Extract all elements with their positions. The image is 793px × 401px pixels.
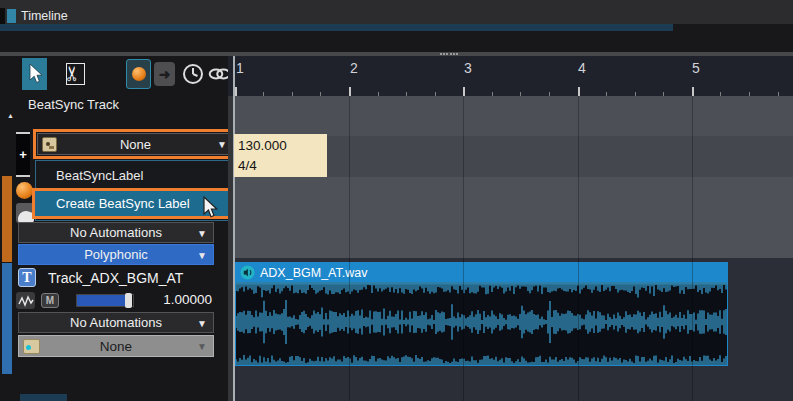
track-automations-value: No Automations	[70, 315, 162, 330]
ruler-tick	[263, 92, 264, 96]
audio-clip-name: ADX_BGM_AT.wav	[260, 266, 367, 280]
measure-gridline	[349, 96, 350, 401]
timeline-tab-icon	[7, 9, 16, 23]
chevron-down-icon: ▼	[197, 227, 207, 238]
audio-track-color-strip	[2, 263, 12, 374]
waveform-icon	[16, 292, 35, 309]
beatsync-automations-dropdown[interactable]: No Automations ▼	[18, 222, 214, 243]
title-bar	[0, 8, 793, 24]
pointer-icon	[27, 63, 43, 85]
title-notch	[0, 8, 5, 24]
audio-clip-waveform-area	[236, 282, 727, 365]
ruler-tick	[292, 92, 293, 96]
ruler-measure-label: 1	[236, 60, 244, 76]
beatsync-track-color-strip	[2, 176, 12, 262]
ruler-tick	[349, 87, 351, 96]
ruler-measure-label: 2	[350, 60, 358, 76]
measure-gridline	[463, 96, 464, 401]
drag-handle-dot	[450, 53, 452, 55]
audio-clip-header[interactable]: ADX_BGM_AT.wav	[236, 263, 727, 282]
marker-lane[interactable]	[234, 96, 793, 136]
clock-icon	[181, 62, 205, 86]
chevron-down-icon: ▼	[197, 341, 207, 352]
ruler-tick	[320, 92, 321, 96]
ruler-measure-label: 3	[464, 60, 472, 76]
waveform	[236, 282, 727, 365]
chevron-down-icon: ▼	[197, 317, 207, 328]
tempo-event[interactable]: 130.000 4/4	[234, 134, 327, 177]
ruler-measure-label: 5	[692, 60, 700, 76]
horizontal-scrollbar-top[interactable]	[0, 24, 673, 31]
speaker-icon	[240, 265, 255, 280]
add-track-strip[interactable]: +	[16, 132, 30, 177]
ruler-tick	[606, 92, 607, 96]
orange-ball-icon	[132, 67, 146, 81]
ruler-tick	[692, 87, 694, 96]
time-display-button[interactable]	[181, 62, 205, 86]
beatsync-track-title: BeatSync Track	[28, 97, 119, 112]
measure-gridline	[692, 96, 693, 401]
track-type-icon: T	[18, 268, 36, 287]
horizontal-scrollbar-bottom[interactable]	[20, 394, 67, 401]
beatsync-lane[interactable]	[234, 177, 793, 258]
window-top-strip	[0, 0, 793, 8]
timeline-window: Timeline ✂ ➜ BeatSync Track ▲ + None ▼ B…	[0, 0, 793, 401]
polyphonic-value: Polyphonic	[84, 247, 148, 262]
track-selector-value: None	[100, 339, 132, 354]
track-name[interactable]: Track_ADX_BGM_AT	[48, 270, 183, 286]
ruler-tick	[635, 92, 636, 96]
callout-highlight-selector	[33, 129, 238, 159]
select-tool-button[interactable]	[22, 58, 47, 90]
beatsync-automations-value: No Automations	[70, 225, 162, 240]
volume-slider[interactable]	[76, 294, 134, 307]
ruler-tick	[663, 92, 664, 96]
plus-icon: +	[19, 147, 27, 162]
volume-slider-handle[interactable]	[125, 293, 132, 308]
step-arrow-icon: ➜	[159, 66, 171, 82]
timeline-ruler[interactable]	[228, 56, 793, 96]
drag-handle-dot	[453, 53, 455, 55]
track-automations-dropdown[interactable]: No Automations ▼	[18, 312, 214, 333]
ruler-tick	[492, 92, 493, 96]
beatsync-track-icon	[16, 182, 33, 199]
audio-clip[interactable]: ADX_BGM_AT.wav	[235, 262, 728, 366]
polyphonic-dropdown[interactable]: Polyphonic ▼	[18, 244, 214, 265]
ruler-tick	[378, 92, 379, 96]
menu-item-beatsynclabel[interactable]: BeatSyncLabel	[36, 161, 236, 189]
ruler-tick	[406, 92, 407, 96]
ruler-measure-label: 4	[578, 60, 586, 76]
tag-icon	[23, 339, 40, 354]
drag-handle-dot	[446, 53, 448, 55]
ruler-tick	[778, 92, 779, 96]
ruler-tick	[749, 92, 750, 96]
tempo-signature: 4/4	[238, 156, 323, 176]
measure-gridline	[578, 96, 579, 401]
ruler-tick	[578, 87, 580, 96]
ruler-tick	[720, 92, 721, 96]
track-selector-dropdown[interactable]: None ▼	[18, 335, 214, 357]
scissors-icon: ✂	[60, 56, 86, 82]
timeline-tab[interactable]: Timeline	[21, 8, 68, 24]
volume-value: 1.00000	[138, 292, 212, 307]
step-mode-button[interactable]: ➜	[154, 62, 175, 86]
ruler-tick	[463, 87, 465, 96]
volume-slider-fill	[77, 295, 127, 306]
ruler-tick	[435, 92, 436, 96]
drag-handle-dot	[443, 53, 445, 55]
ruler-tick	[520, 92, 521, 96]
drag-handle-dot	[440, 53, 442, 55]
drag-handle-dot	[456, 53, 458, 55]
ruler-tick	[549, 92, 550, 96]
ruler-tick	[235, 87, 237, 96]
collapse-triangle-icon[interactable]: ▲	[7, 112, 14, 119]
tempo-bpm: 130.000	[238, 136, 323, 156]
beatsync-mode-button[interactable]	[126, 59, 151, 89]
mute-button[interactable]: M	[41, 293, 59, 308]
chevron-down-icon: ▼	[197, 249, 207, 260]
mouse-cursor-icon	[202, 196, 218, 224]
